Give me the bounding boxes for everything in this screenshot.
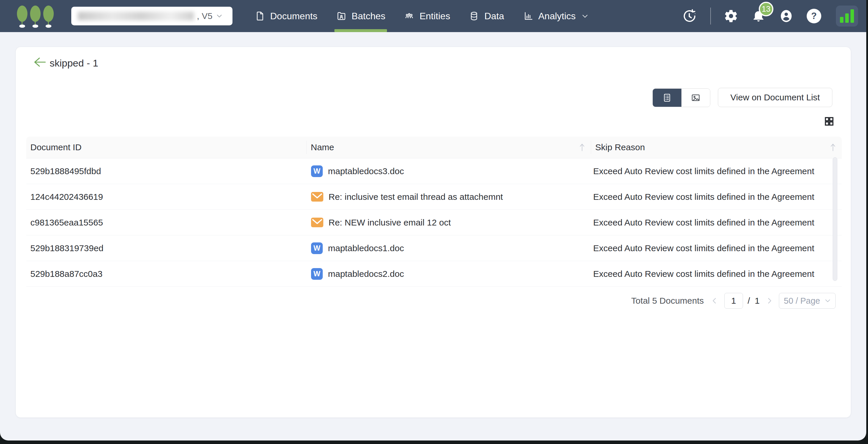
chevron-down-icon xyxy=(824,297,831,304)
sort-arrow-icon[interactable] xyxy=(579,143,585,152)
table-body: 529b1888495fdbd W maptabledocs3.doc Exce… xyxy=(26,159,842,287)
batches-icon xyxy=(336,11,347,21)
pagination-bar: Total 5 Documents / 1 50 / Page xyxy=(631,293,836,309)
cell-skip-reason: Exceed Auto Review cost limits defined i… xyxy=(591,269,842,279)
cell-skip-reason: Exceed Auto Review cost limits defined i… xyxy=(591,218,842,228)
page-size-select[interactable]: 50 / Page xyxy=(779,293,836,309)
back-button[interactable] xyxy=(33,56,47,69)
document-name: maptabledocs3.doc xyxy=(328,166,404,176)
cell-skip-reason: Exceed Auto Review cost limits defined i… xyxy=(591,243,842,253)
topbar-right-cluster: 13 ? xyxy=(682,5,858,27)
skipped-documents-table: Document ID Name Skip Reason 529b1888495… xyxy=(26,137,842,287)
table-row[interactable]: 529b188319739ed W maptabledocs1.doc Exce… xyxy=(26,235,842,261)
cell-document-id: 124c44202436619 xyxy=(26,192,306,202)
top-navbar: , V5 Documents Batches Entities Data xyxy=(0,0,866,32)
tree-icon xyxy=(30,5,41,28)
document-name: Re: inclusive test email thread as attac… xyxy=(329,192,503,202)
cell-document-id: 529b1888495fdbd xyxy=(26,166,306,176)
sort-arrow-icon[interactable] xyxy=(830,143,836,152)
primary-nav: Documents Batches Entities Data Analytic… xyxy=(245,0,599,32)
next-page-button[interactable] xyxy=(766,297,773,305)
app-window: , V5 Documents Batches Entities Data xyxy=(0,0,866,441)
word-file-icon: W xyxy=(311,268,323,280)
list-view-toggle[interactable] xyxy=(653,89,681,107)
nav-label: Analytics xyxy=(538,11,576,22)
column-settings-button[interactable] xyxy=(824,116,834,126)
view-on-document-list-button[interactable]: View on Document List xyxy=(718,88,832,107)
word-file-icon: W xyxy=(311,165,323,177)
cell-name: W maptabledocs2.doc xyxy=(306,268,591,280)
nav-item-entities[interactable]: Entities xyxy=(395,0,459,32)
entities-icon xyxy=(404,11,414,21)
image-view-toggle[interactable] xyxy=(681,89,710,107)
workspace-selector[interactable]: , V5 xyxy=(71,7,232,25)
table-row[interactable]: 529b188a87cc0a3 W maptabledocs2.doc Exce… xyxy=(26,261,842,287)
document-name: maptabledocs1.doc xyxy=(328,243,404,253)
nav-label: Documents xyxy=(270,11,317,22)
analytics-app-tile-icon[interactable] xyxy=(836,5,858,27)
table-row[interactable]: c981365eaa15565 Re: NEW inclusive email … xyxy=(26,210,842,235)
total-pages-label: 1 xyxy=(755,296,760,306)
column-label: Skip Reason xyxy=(595,142,645,152)
nav-label: Entities xyxy=(420,11,450,22)
cell-skip-reason: Exceed Auto Review cost limits defined i… xyxy=(591,166,842,176)
nav-item-analytics[interactable]: Analytics xyxy=(514,0,599,32)
notifications-button[interactable]: 13 xyxy=(751,8,766,24)
column-header-document-id[interactable]: Document ID xyxy=(26,141,306,154)
cell-name: W maptabledocs1.doc xyxy=(306,242,591,254)
cell-name: Re: inclusive test email thread as attac… xyxy=(306,192,591,202)
view-mode-toggle xyxy=(652,89,710,107)
grid-icon xyxy=(824,116,834,126)
list-view-icon xyxy=(662,93,672,103)
history-icon[interactable] xyxy=(682,8,698,24)
cell-name: W maptabledocs3.doc xyxy=(306,165,591,177)
nav-label: Batches xyxy=(352,11,385,22)
tree-icon xyxy=(17,5,28,28)
nav-item-documents[interactable]: Documents xyxy=(245,0,327,32)
nav-label: Data xyxy=(484,11,504,22)
divider xyxy=(710,8,711,25)
cell-document-id: 529b188a87cc0a3 xyxy=(26,269,306,279)
nav-item-batches[interactable]: Batches xyxy=(327,0,395,32)
chevron-down-icon xyxy=(581,12,589,21)
column-label: Document ID xyxy=(30,142,82,152)
email-file-icon xyxy=(311,192,323,202)
notification-count-badge: 13 xyxy=(759,2,773,16)
table-header: Document ID Name Skip Reason xyxy=(26,137,842,159)
document-name: Re: NEW inclusive email 12 oct xyxy=(329,218,451,228)
analytics-icon xyxy=(523,11,533,21)
cell-document-id: 529b188319739ed xyxy=(26,243,306,253)
app-logo-trees-icon[interactable] xyxy=(17,4,54,28)
cell-document-id: c981365eaa15565 xyxy=(26,218,306,228)
masked-workspace-name xyxy=(78,12,194,21)
email-file-icon xyxy=(311,192,323,202)
column-label: Name xyxy=(311,142,334,152)
column-header-skip-reason[interactable]: Skip Reason xyxy=(591,141,842,154)
previous-page-button[interactable] xyxy=(711,297,718,305)
page-size-value: 50 / Page xyxy=(784,296,820,306)
back-arrow-icon xyxy=(33,56,46,68)
content-card: skipped - 1 View on Document List Docume… xyxy=(16,47,851,418)
page-separator: / xyxy=(748,296,750,306)
cell-name: Re: NEW inclusive email 12 oct xyxy=(306,218,591,228)
email-file-icon xyxy=(311,218,323,227)
page-title: skipped - 1 xyxy=(50,58,98,69)
help-button[interactable]: ? xyxy=(807,9,821,23)
column-header-name[interactable]: Name xyxy=(306,141,591,154)
bar-chart-icon xyxy=(840,17,843,23)
table-row[interactable]: 529b1888495fdbd W maptabledocs3.doc Exce… xyxy=(26,159,842,184)
data-icon xyxy=(469,11,479,21)
user-avatar-icon[interactable] xyxy=(779,8,794,24)
table-row[interactable]: 124c44202436619 Re: inclusive test email… xyxy=(26,184,842,210)
document-name: maptabledocs2.doc xyxy=(328,269,404,279)
email-file-icon xyxy=(311,218,323,227)
page-number-input[interactable] xyxy=(724,293,743,309)
question-mark-icon: ? xyxy=(811,11,817,21)
workspace-version-label: , V5 xyxy=(197,11,212,21)
nav-item-data[interactable]: Data xyxy=(459,0,514,32)
total-documents-label: Total 5 Documents xyxy=(631,296,704,306)
document-icon xyxy=(255,11,265,21)
table-scrollbar-thumb[interactable] xyxy=(833,157,837,281)
chevron-down-icon xyxy=(215,12,223,20)
gear-icon[interactable] xyxy=(724,9,738,23)
